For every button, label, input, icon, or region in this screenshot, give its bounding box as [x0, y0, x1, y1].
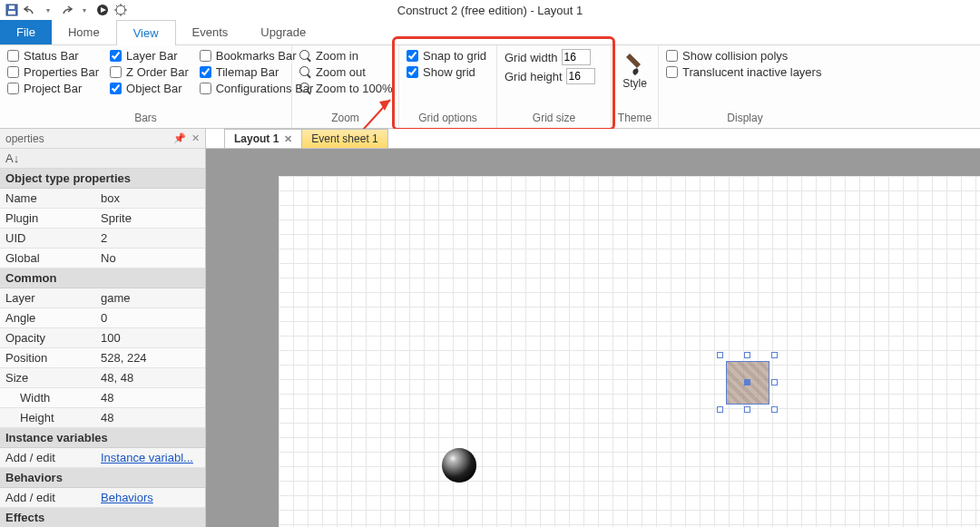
- zoom-out-icon: [299, 66, 312, 79]
- undo-icon[interactable]: [22, 2, 38, 18]
- grid-width-label: Grid width: [505, 51, 558, 64]
- check-zorder-bar[interactable]: Z Order Bar: [110, 65, 189, 79]
- behaviors-link[interactable]: Behaviors: [95, 488, 205, 507]
- prop-key: Add / edit: [0, 448, 95, 467]
- prop-value[interactable]: 48: [95, 408, 205, 427]
- run-icon[interactable]: [94, 2, 111, 18]
- prop-category: Behaviors: [0, 468, 205, 488]
- debug-icon[interactable]: [113, 2, 129, 18]
- sort-az-icon[interactable]: A↓: [5, 151, 19, 165]
- zoom-100-button[interactable]: Zoom to 100%: [299, 82, 393, 95]
- zoom-in-button[interactable]: Zoom in: [299, 49, 393, 63]
- zoom-out-button[interactable]: Zoom out: [299, 65, 393, 79]
- prop-value[interactable]: Sprite: [95, 209, 205, 228]
- prop-key: UID: [0, 229, 95, 248]
- instance-variables-link[interactable]: Instance variabl...: [95, 448, 205, 467]
- main-menu-bar: File Home View Events Upgrade: [0, 20, 980, 45]
- check-translucent-layers[interactable]: Translucent inactive layers: [666, 65, 821, 79]
- prop-key: Height: [0, 408, 95, 427]
- brush-icon: [624, 52, 646, 77]
- prop-key: Opacity: [0, 328, 95, 347]
- prop-key: Size: [0, 368, 95, 387]
- prop-key: Position: [0, 348, 95, 367]
- prop-key: Plugin: [0, 209, 95, 228]
- tab-event-sheet[interactable]: Event sheet 1: [301, 129, 387, 148]
- prop-value[interactable]: box: [95, 189, 205, 208]
- layout-sheet[interactable]: [279, 176, 980, 527]
- menu-upgrade[interactable]: Upgrade: [244, 20, 322, 44]
- menu-file[interactable]: File: [0, 20, 52, 44]
- close-icon[interactable]: ✕: [191, 132, 200, 144]
- redo-icon[interactable]: [58, 2, 74, 18]
- close-icon[interactable]: ✕: [284, 133, 292, 145]
- style-button[interactable]: Style: [622, 49, 648, 93]
- svg-rect-1: [8, 11, 15, 15]
- menu-home[interactable]: Home: [52, 20, 116, 44]
- ribbon-group-label-theme: Theme: [612, 110, 658, 128]
- menu-events[interactable]: Events: [176, 20, 245, 44]
- save-icon[interactable]: [4, 2, 20, 18]
- ribbon-group-label-bars: Bars: [0, 110, 291, 128]
- pin-icon[interactable]: 📌: [173, 132, 186, 144]
- prop-value[interactable]: No: [95, 249, 205, 268]
- check-layer-bar[interactable]: Layer Bar: [110, 49, 189, 63]
- prop-key: Angle: [0, 308, 95, 327]
- tab-layout[interactable]: Layout 1✕: [224, 129, 302, 148]
- zoom-100-icon: [299, 83, 312, 95]
- properties-list: Object type properties NameboxPluginSpri…: [0, 169, 205, 527]
- prop-key: Layer: [0, 288, 95, 307]
- check-snap-to-grid[interactable]: Snap to grid: [407, 49, 486, 63]
- properties-panel: operties 📌 ✕ A↓ Object type properties N…: [0, 129, 206, 527]
- properties-panel-title: operties: [5, 132, 44, 145]
- check-show-collision-polys[interactable]: Show collision polys: [666, 49, 821, 63]
- check-project-bar[interactable]: Project Bar: [7, 82, 99, 95]
- layout-canvas[interactable]: [206, 149, 980, 527]
- ribbon-group-label-zoom: Zoom: [292, 110, 398, 128]
- prop-key: Add / edit: [0, 488, 95, 507]
- ribbon-group-label-gridsize: Grid size: [497, 110, 611, 128]
- grid-height-label: Grid height: [505, 70, 563, 83]
- sprite-ball[interactable]: [442, 448, 476, 483]
- check-show-grid[interactable]: Show grid: [407, 65, 486, 79]
- check-status-bar[interactable]: Status Bar: [7, 49, 99, 63]
- ribbon: Status Bar Properties Bar Project Bar La…: [0, 45, 980, 129]
- svg-rect-2: [9, 5, 15, 9]
- document-tabs: Layout 1✕ Event sheet 1: [206, 129, 980, 149]
- prop-value[interactable]: game: [95, 288, 205, 307]
- grid-width-input[interactable]: [562, 49, 591, 65]
- prop-category: Effects: [0, 508, 205, 527]
- prop-category: Common: [0, 268, 205, 288]
- prop-value[interactable]: 0: [95, 308, 205, 327]
- ribbon-group-label-gridopts: Grid options: [399, 110, 496, 128]
- quick-access-toolbar: ▾ ▾: [0, 0, 980, 20]
- prop-category: Instance variables: [0, 428, 205, 448]
- prop-value[interactable]: 48, 48: [95, 368, 205, 387]
- prop-key: Name: [0, 189, 95, 208]
- zoom-in-icon: [299, 50, 312, 63]
- dropdown-icon[interactable]: ▾: [40, 2, 56, 18]
- menu-view[interactable]: View: [116, 20, 176, 45]
- check-object-bar[interactable]: Object Bar: [110, 82, 189, 95]
- prop-value[interactable]: 48: [95, 388, 205, 407]
- check-properties-bar[interactable]: Properties Bar: [7, 65, 99, 79]
- prop-value[interactable]: 2: [95, 229, 205, 248]
- prop-value[interactable]: 528, 224: [95, 348, 205, 367]
- grid-height-input[interactable]: [566, 68, 595, 84]
- prop-key: Global: [0, 249, 95, 268]
- prop-value[interactable]: 100: [95, 328, 205, 347]
- prop-key: Width: [0, 388, 95, 407]
- dropdown-icon[interactable]: ▾: [76, 2, 93, 18]
- ribbon-group-label-display: Display: [659, 110, 831, 128]
- prop-category: Object type properties: [0, 169, 205, 189]
- selection-handles[interactable]: [717, 352, 779, 414]
